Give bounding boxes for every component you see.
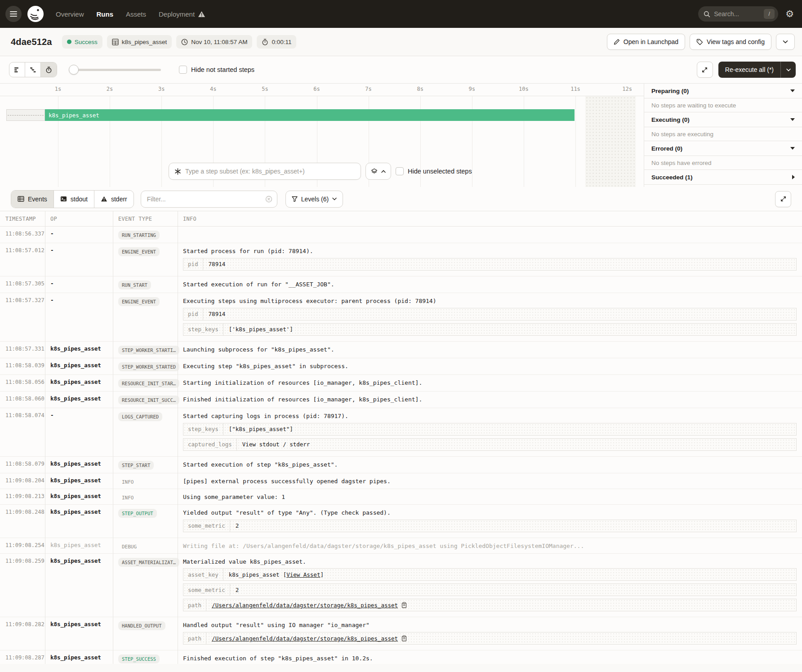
log-timestamp: 11:09:08.248	[0, 505, 45, 538]
gantt-chart: k8s_pipes_asset Hide unselected steps	[0, 96, 644, 187]
hide-unselected-checkbox[interactable]: Hide unselected steps	[396, 167, 472, 175]
metadata-value: /Users/alangenfeld/data/dagster/storage/…	[206, 632, 796, 644]
asset-badge[interactable]: k8s_pipes_asset	[107, 35, 172, 49]
log-info-text: Writing file at: /Users/alangenfeld/data…	[183, 542, 797, 550]
panel-section-header[interactable]: Executing (0)	[644, 112, 802, 127]
events-fullscreen-button[interactable]	[775, 191, 791, 207]
step-subset-input[interactable]	[169, 163, 361, 180]
hide-not-started-checkbox[interactable]: Hide not started steps	[179, 66, 254, 74]
gantt-off-region	[585, 96, 636, 187]
tab-stderr[interactable]: stderr	[94, 191, 134, 208]
waterfall-view-button[interactable]	[25, 62, 41, 77]
log-event-type: STEP_SUCCESS	[113, 650, 178, 664]
log-event-type: STEP_START	[113, 457, 178, 473]
log-row[interactable]: 11:09:08.282k8s_pipes_assetHANDLED_OUTPU…	[0, 617, 802, 650]
timeline-tick: 10s	[519, 86, 529, 92]
log-row[interactable]: 11:08:57.331k8s_pipes_assetSTEP_WORKER_S…	[0, 342, 802, 358]
clear-filter-icon[interactable]	[265, 196, 272, 203]
panel-section-header[interactable]: Preparing (0)	[644, 84, 802, 98]
log-filter-input[interactable]	[141, 191, 277, 208]
slider-thumb[interactable]	[69, 65, 79, 75]
settings-gear-icon[interactable]: ⚙	[785, 9, 794, 19]
metadata-path-link[interactable]: /Users/alangenfeld/data/dagster/storage/…	[212, 602, 398, 609]
tab-events[interactable]: Events	[11, 191, 54, 208]
log-info: Materialized value k8s_pipes_asset.asset…	[178, 554, 802, 617]
metadata-text: View stdout / stderr	[242, 441, 310, 448]
panel-section: Succeeded (1)	[644, 170, 802, 185]
nav-item-runs[interactable]: Runs	[97, 10, 114, 18]
metadata-entry: step_keys["k8s_pipes_asset"]	[183, 423, 797, 436]
log-row[interactable]: 11:09:08.213k8s_pipes_assetINFOUsing som…	[0, 489, 802, 505]
log-timestamp: 11:09:08.204	[0, 473, 45, 489]
panel-section-header[interactable]: Succeeded (1)	[644, 170, 802, 185]
nav-item-deployment[interactable]: Deployment	[159, 10, 205, 18]
view-asset-link[interactable]: View Asset	[286, 571, 320, 578]
search-input[interactable]: Search... /	[698, 6, 778, 22]
event-type-pill: STEP_WORKER_STARTI…	[118, 346, 179, 355]
log-row[interactable]: 11:08:58.056k8s_pipes_assetRESOURCE_INIT…	[0, 375, 802, 392]
log-event-type: RUN_START	[113, 276, 178, 293]
log-op: -	[45, 276, 113, 293]
metadata-text: 78914	[209, 261, 226, 267]
log-row[interactable]: 11:09:08.204k8s_pipes_assetINFO[pipes] e…	[0, 473, 802, 489]
panel-section-header[interactable]: Errored (0)	[644, 141, 802, 156]
timed-view-button[interactable]	[41, 62, 57, 77]
log-row[interactable]: 11:08:58.039k8s_pipes_assetSTEP_WORKER_S…	[0, 358, 802, 375]
copy-icon[interactable]	[401, 602, 407, 608]
spacer	[183, 611, 797, 614]
checkbox-box[interactable]	[396, 167, 404, 175]
search-placeholder: Search...	[714, 10, 760, 18]
nav-item-label: Runs	[97, 10, 114, 18]
gantt-zoom-slider[interactable]	[69, 65, 161, 75]
metadata-path-link[interactable]: /Users/alangenfeld/data/dagster/storage/…	[212, 635, 398, 642]
timeline-tick: 6s	[313, 86, 320, 92]
log-op: k8s_pipes_asset	[45, 358, 113, 374]
dagster-logo-icon[interactable]	[27, 5, 44, 22]
flat-view-button[interactable]	[9, 62, 25, 77]
log-row[interactable]: 11:09:08.254k8s_pipes_assetDEBUGWriting …	[0, 538, 802, 554]
nav-item-assets[interactable]: Assets	[126, 10, 146, 18]
metadata-value: 78914	[203, 258, 796, 270]
log-row[interactable]: 11:08:57.305-RUN_STARTStarted execution …	[0, 276, 802, 293]
log-row[interactable]: 11:09:08.248k8s_pipes_assetSTEP_OUTPUTYi…	[0, 505, 802, 538]
log-row[interactable]: 11:08:58.079k8s_pipes_assetSTEP_STARTSta…	[0, 457, 802, 473]
log-event-type: RUN_STARTING	[113, 227, 178, 243]
search-shortcut-key: /	[764, 9, 775, 19]
hamburger-menu-button[interactable]	[5, 6, 22, 22]
layers-toggle-button[interactable]	[365, 163, 391, 180]
nav-item-overview[interactable]: Overview	[56, 10, 84, 18]
log-op: k8s_pipes_asset	[45, 650, 113, 664]
gantt-fullscreen-button[interactable]	[697, 62, 713, 78]
log-op: k8s_pipes_asset	[45, 375, 113, 391]
log-row[interactable]: 11:08:56.337-RUN_STARTING	[0, 227, 802, 243]
view-tags-config-button[interactable]: View tags and config	[690, 34, 771, 50]
log-row[interactable]: 11:08:58.074-LOGS_CAPTUREDStarted captur…	[0, 408, 802, 457]
reexecute-all-button[interactable]: Re-execute all (*)	[718, 62, 796, 78]
metadata-value: 2	[230, 520, 796, 532]
levels-filter-button[interactable]: Levels (6)	[285, 191, 343, 208]
log-row[interactable]: 11:09:08.259k8s_pipes_assetASSET_MATERIA…	[0, 554, 802, 618]
metadata-text: 2	[236, 522, 239, 529]
metadata-label: asset_key	[183, 569, 223, 580]
log-row[interactable]: 11:08:57.012-ENGINE_EVENTStarted process…	[0, 243, 802, 276]
gantt-bar[interactable]: k8s_pipes_asset	[45, 109, 575, 121]
gantt-waiting-segment	[6, 109, 45, 121]
checkbox-box[interactable]	[179, 66, 187, 74]
run-actions-dropdown-button[interactable]	[776, 34, 795, 50]
log-info: Executing step "k8s_pipes_asset" in subp…	[178, 358, 802, 374]
log-op: k8s_pipes_asset	[45, 489, 113, 504]
log-row[interactable]: 11:09:08.287k8s_pipes_assetSTEP_SUCCESSF…	[0, 650, 802, 664]
open-in-launchpad-button[interactable]: Open in Launchpad	[607, 34, 685, 50]
log-timestamp: 11:09:08.259	[0, 554, 45, 617]
reexecute-dropdown-button[interactable]	[780, 62, 796, 78]
tab-stdout[interactable]: stdout	[54, 191, 94, 208]
log-op: k8s_pipes_asset	[45, 617, 113, 650]
status-badge: Success	[62, 35, 102, 49]
log-row[interactable]: 11:08:58.060k8s_pipes_assetRESOURCE_INIT…	[0, 392, 802, 408]
nav-item-label: Assets	[126, 10, 146, 18]
log-info-text: Handled output "result" using IO manager…	[183, 621, 797, 629]
log-row[interactable]: 11:08:57.327-ENGINE_EVENTExecuting steps…	[0, 293, 802, 342]
metadata-bracket-link[interactable]: [View Asset]	[283, 571, 324, 578]
copy-icon[interactable]	[401, 635, 407, 641]
metadata-entry: path/Users/alangenfeld/data/dagster/stor…	[183, 599, 797, 611]
